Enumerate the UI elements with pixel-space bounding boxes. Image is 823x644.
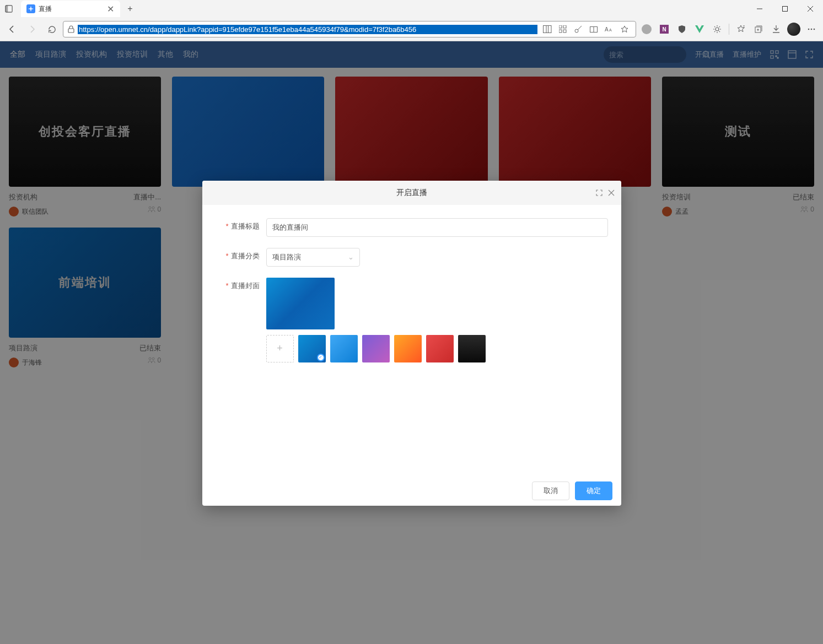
category-label: *直播分类 (216, 248, 260, 267)
window-close-button[interactable] (798, 0, 823, 18)
ext-icon-1[interactable] (638, 21, 655, 37)
key-icon[interactable] (572, 23, 585, 36)
svg-point-20 (716, 28, 719, 31)
modal-close-button[interactable] (608, 190, 615, 196)
downloads-icon[interactable] (768, 21, 784, 37)
start-live-modal: 开启直播 *直播标题 *直播分类 项目路演 ⌄ (202, 181, 621, 506)
browser-tab[interactable]: 直播 ✕ (21, 1, 120, 17)
collections-icon[interactable] (750, 21, 767, 37)
ext-onenote-icon[interactable]: N (656, 21, 673, 37)
svg-rect-7 (68, 29, 74, 33)
modal-overlay: 开启直播 *直播标题 *直播分类 项目路演 ⌄ (0, 41, 823, 644)
address-bar[interactable]: https://open.umnet.cn/dapp/dappLink?appi… (63, 21, 636, 37)
cover-option-blue2[interactable] (330, 335, 358, 362)
cover-option-orange[interactable] (394, 335, 422, 362)
profile-avatar[interactable] (786, 21, 802, 37)
ext-gear-icon[interactable] (709, 21, 725, 37)
favorite-icon[interactable] (618, 23, 631, 36)
svg-rect-1 (6, 6, 8, 12)
svg-text:A: A (609, 28, 612, 32)
check-icon (317, 354, 325, 361)
svg-rect-9 (546, 26, 551, 33)
window-minimize-button[interactable] (747, 0, 772, 18)
svg-rect-11 (563, 25, 566, 28)
chevron-down-icon: ⌄ (348, 253, 354, 261)
ext-shield-icon[interactable] (674, 21, 690, 37)
svg-rect-13 (563, 30, 566, 33)
url-text: https://open.umnet.cn/dapp/dappLink?appi… (78, 25, 537, 34)
svg-rect-12 (559, 30, 562, 33)
app-icon[interactable] (587, 23, 600, 36)
svg-rect-10 (559, 25, 562, 28)
window-maximize-button[interactable] (772, 0, 798, 18)
reader-icon[interactable] (541, 23, 554, 36)
live-title-input[interactable] (266, 218, 608, 237)
cover-upload-button[interactable]: + (266, 335, 294, 362)
cover-option-red[interactable] (426, 335, 454, 362)
cover-label: *直播封面 (216, 278, 260, 362)
forward-button[interactable] (23, 20, 41, 38)
svg-point-27 (811, 29, 813, 30)
modal-title: 开启直播 (396, 188, 427, 198)
new-tab-button[interactable]: + (122, 1, 138, 17)
svg-point-28 (814, 29, 815, 30)
text-size-icon[interactable]: AA (603, 23, 616, 36)
tab-favicon (26, 4, 35, 13)
title-label: *直播标题 (216, 218, 260, 237)
modal-expand-button[interactable] (596, 190, 603, 196)
tab-close-button[interactable]: ✕ (106, 4, 115, 13)
confirm-button[interactable]: 确定 (575, 481, 612, 500)
favorites-icon[interactable] (733, 21, 749, 37)
cancel-button[interactable]: 取消 (532, 481, 569, 500)
svg-rect-4 (783, 7, 788, 12)
cover-option-purple[interactable] (362, 335, 390, 362)
back-button[interactable] (3, 20, 21, 38)
grid-icon[interactable] (556, 23, 569, 36)
refresh-button[interactable] (43, 20, 61, 38)
svg-rect-8 (544, 26, 548, 33)
svg-line-15 (578, 26, 582, 30)
menu-button[interactable] (803, 21, 820, 37)
tab-list-button[interactable] (0, 0, 18, 18)
tab-title: 直播 (39, 4, 106, 14)
cover-option-black[interactable] (458, 335, 486, 362)
lock-icon (68, 25, 74, 33)
cover-option-blue1[interactable] (298, 335, 326, 362)
category-select[interactable]: 项目路演 ⌄ (266, 248, 360, 267)
cover-preview (266, 278, 335, 329)
svg-point-26 (808, 29, 810, 30)
ext-vue-icon[interactable] (691, 21, 708, 37)
svg-text:A: A (605, 26, 609, 33)
